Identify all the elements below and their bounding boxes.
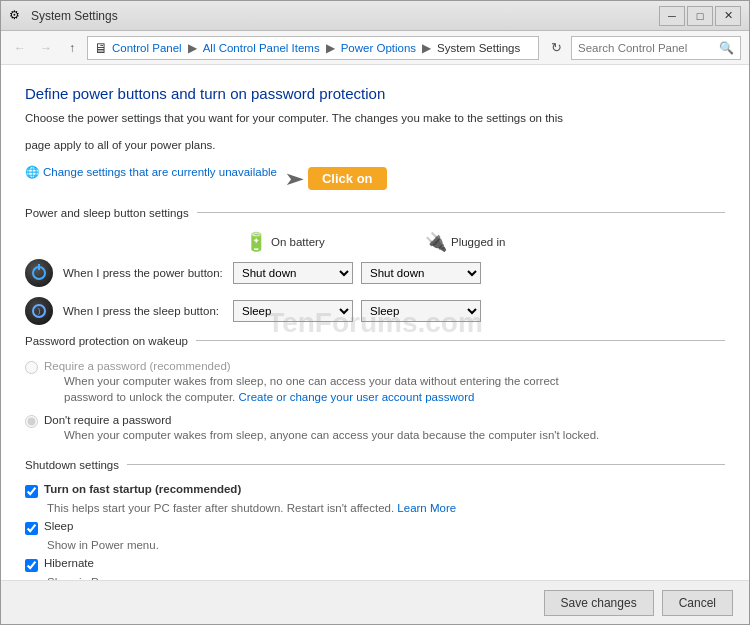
require-password-label: Require a password (recommended)	[44, 360, 231, 372]
shutdown-section-line	[127, 464, 725, 465]
breadcrumb-all-items[interactable]: All Control Panel Items	[203, 42, 320, 54]
require-password-option: Require a password (recommended) When yo…	[25, 359, 725, 405]
create-password-link[interactable]: Create or change your user account passw…	[239, 391, 475, 403]
system-settings-window: ⚙ System Settings ─ □ ✕ ← → ↑ 🖥 Control …	[0, 0, 750, 625]
password-section-label: Password protection on wakeup	[25, 335, 188, 347]
breadcrumb-control-panel[interactable]: Control Panel	[112, 42, 182, 54]
no-password-option: Don't require a password When your compu…	[25, 413, 725, 443]
battery-icon: 🔋	[245, 231, 267, 253]
breadcrumb-sep-2: ▶	[326, 41, 335, 55]
on-battery-header: 🔋 On battery	[245, 231, 365, 253]
power-button-row: When I press the power button: Shut down…	[25, 259, 725, 287]
close-button[interactable]: ✕	[715, 6, 741, 26]
power-button-plugged-select[interactable]: Shut down Sleep Hibernate Turn off the d…	[361, 262, 481, 284]
up-button[interactable]: ↑	[61, 37, 83, 59]
password-section-header: Password protection on wakeup	[25, 335, 725, 347]
search-icon: 🔍	[719, 41, 734, 55]
window-icon: ⚙	[9, 8, 25, 24]
sleep-icon-inner: )	[32, 304, 46, 318]
save-changes-button[interactable]: Save changes	[544, 590, 654, 616]
power-button-selects: Shut down Sleep Hibernate Turn off the d…	[233, 262, 481, 284]
click-on-bubble: Click on	[308, 167, 387, 190]
sleep-button-plugged-select[interactable]: Sleep Hibernate Shut down Turn off the d…	[361, 300, 481, 322]
window-title: System Settings	[31, 9, 118, 23]
hibernate-checkbox-desc: Show in Power menu.	[47, 576, 725, 580]
hibernate-checkbox-row: Hibernate	[25, 557, 725, 572]
power-button-icon	[25, 259, 53, 287]
page-title: Define power buttons and turn on passwor…	[25, 85, 725, 102]
page-description-1: Choose the power settings that you want …	[25, 110, 725, 127]
sleep-button-label: When I press the sleep button:	[63, 305, 233, 317]
content-area: TenForums.com Define power buttons and t…	[1, 65, 749, 580]
forward-button[interactable]: →	[35, 37, 57, 59]
sleep-button-selects: Sleep Hibernate Shut down Turn off the d…	[233, 300, 481, 322]
sleep-checkbox-label: Sleep	[44, 520, 73, 532]
footer-bar: Save changes Cancel	[1, 580, 749, 624]
search-input[interactable]	[578, 42, 715, 54]
breadcrumb-system-settings: System Settings	[437, 42, 520, 54]
search-box: 🔍	[571, 36, 741, 60]
fast-startup-desc: This helps start your PC faster after sh…	[47, 502, 725, 514]
power-button-battery-select[interactable]: Shut down Sleep Hibernate Turn off the d…	[233, 262, 353, 284]
back-button[interactable]: ←	[9, 37, 31, 59]
minimize-button[interactable]: ─	[659, 6, 685, 26]
control-panel-icon: 🖥	[94, 40, 108, 56]
title-bar: ⚙ System Settings ─ □ ✕	[1, 1, 749, 31]
plugged-in-header: 🔌 Plugged in	[425, 231, 545, 253]
hibernate-checkbox[interactable]	[25, 559, 38, 572]
breadcrumb-sep-3: ▶	[422, 41, 431, 55]
breadcrumb-sep-1: ▶	[188, 41, 197, 55]
power-sleep-section-header: Power and sleep button settings	[25, 207, 725, 219]
fast-startup-checkbox[interactable]	[25, 485, 38, 498]
globe-icon: 🌐	[25, 165, 39, 179]
plugged-icon: 🔌	[425, 231, 447, 253]
section-divider-line	[197, 212, 725, 213]
page-description-2: page apply to all of your power plans.	[25, 137, 725, 154]
fast-startup-label: Turn on fast startup (recommended)	[44, 483, 241, 495]
sleep-checkbox-desc: Show in Power menu.	[47, 539, 725, 551]
sleep-button-battery-select[interactable]: Sleep Hibernate Shut down Turn off the d…	[233, 300, 353, 322]
require-password-desc: When your computer wakes from sleep, no …	[64, 373, 559, 405]
no-password-desc: When your computer wakes from sleep, any…	[64, 427, 599, 443]
breadcrumb-power-options[interactable]: Power Options	[341, 42, 416, 54]
fast-startup-row: Turn on fast startup (recommended)	[25, 483, 725, 498]
shutdown-section: Turn on fast startup (recommended) This …	[25, 483, 725, 580]
refresh-button[interactable]: ↻	[545, 37, 567, 59]
sleep-checkbox-row: Sleep	[25, 520, 725, 535]
change-settings-link[interactable]: 🌐 Change settings that are currently una…	[25, 165, 277, 179]
shutdown-section-label: Shutdown settings	[25, 459, 119, 471]
hibernate-checkbox-label: Hibernate	[44, 557, 94, 569]
power-button-label: When I press the power button:	[63, 267, 233, 279]
no-password-radio[interactable]	[25, 415, 38, 428]
learn-more-link[interactable]: Learn More	[397, 502, 456, 514]
require-password-radio[interactable]	[25, 361, 38, 374]
sleep-checkbox[interactable]	[25, 522, 38, 535]
shutdown-section-header: Shutdown settings	[25, 459, 725, 471]
password-section: Require a password (recommended) When yo…	[25, 359, 725, 443]
address-bar: 🖥 Control Panel ▶ All Control Panel Item…	[87, 36, 539, 60]
power-sleep-label: Power and sleep button settings	[25, 207, 189, 219]
password-section-line	[196, 340, 725, 341]
no-password-label: Don't require a password	[44, 414, 171, 426]
battery-column-headers: 🔋 On battery 🔌 Plugged in	[25, 231, 725, 253]
arrow-icon: ➤	[284, 168, 305, 190]
cancel-button[interactable]: Cancel	[662, 590, 733, 616]
power-icon-inner	[32, 266, 46, 280]
nav-bar: ← → ↑ 🖥 Control Panel ▶ All Control Pane…	[1, 31, 749, 65]
change-settings-row: 🌐 Change settings that are currently una…	[25, 165, 725, 193]
sleep-button-row: ) When I press the sleep button: Sleep H…	[25, 297, 725, 325]
sleep-button-icon: )	[25, 297, 53, 325]
maximize-button[interactable]: □	[687, 6, 713, 26]
